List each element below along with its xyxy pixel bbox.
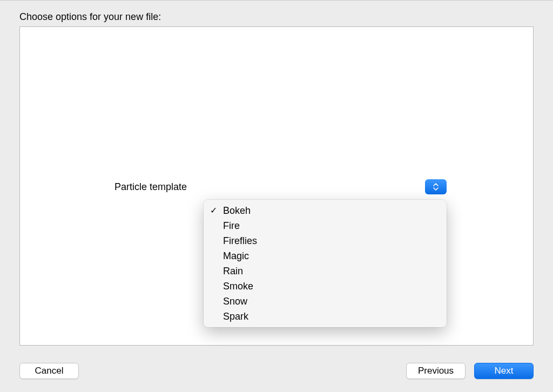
template-label: Particle template (114, 181, 187, 193)
dialog-title: Choose options for your new file: (19, 11, 161, 23)
dropdown-item-fireflies[interactable]: Fireflies (204, 233, 447, 248)
dropdown-item-bokeh[interactable]: Bokeh (204, 203, 447, 218)
dropdown-item-smoke[interactable]: Smoke (204, 279, 447, 294)
dialog-window: Choose options for your new file: Partic… (0, 0, 553, 392)
template-select-button[interactable] (425, 179, 447, 194)
next-button[interactable]: Next (474, 363, 534, 379)
dropdown-item-fire[interactable]: Fire (204, 218, 447, 233)
chevrons-icon (433, 183, 439, 191)
footer-right: Previous Next (406, 363, 534, 379)
dropdown-item-rain[interactable]: Rain (204, 263, 447, 279)
dropdown-item-magic[interactable]: Magic (204, 248, 447, 263)
cancel-button[interactable]: Cancel (19, 363, 79, 379)
dropdown-item-spark[interactable]: Spark (204, 309, 447, 324)
content-frame: Particle template Bokeh Fire Fireflies M… (19, 26, 534, 346)
template-row: Particle template (114, 181, 439, 193)
footer: Cancel Previous Next (19, 363, 534, 379)
previous-button[interactable]: Previous (406, 363, 466, 379)
template-dropdown: Bokeh Fire Fireflies Magic Rain Smoke Sn… (204, 200, 447, 327)
dropdown-item-snow[interactable]: Snow (204, 294, 447, 309)
